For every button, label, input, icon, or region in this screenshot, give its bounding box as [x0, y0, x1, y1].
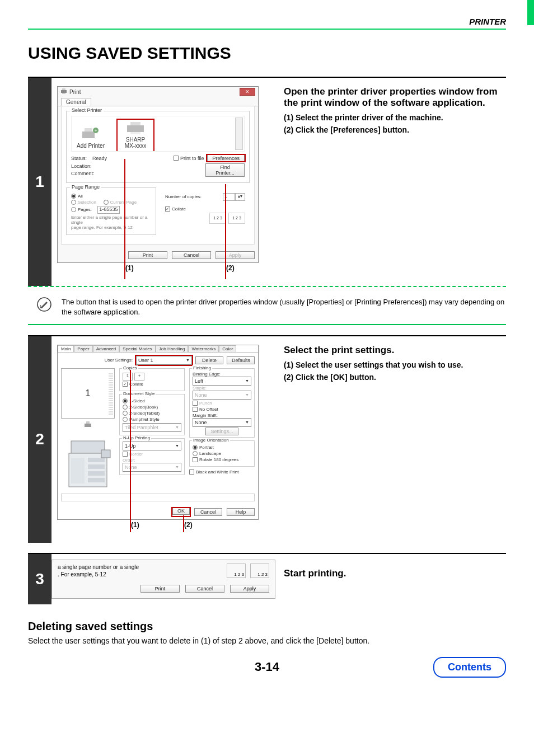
tab-advanced[interactable]: Advanced — [93, 345, 120, 352]
binding-select[interactable]: Left▼ — [193, 377, 251, 386]
scrollbar[interactable] — [235, 118, 243, 150]
print-button-3[interactable]: Print — [140, 585, 180, 593]
callout-1-line — [124, 159, 125, 279]
border-checkbox[interactable] — [123, 452, 128, 457]
svg-rect-13 — [71, 441, 105, 453]
settings-button[interactable]: Settings... — [205, 428, 238, 435]
subsection-text: Select the user settings that you want t… — [28, 636, 506, 645]
step-2-number: 2 — [28, 336, 51, 543]
two-sided-tablet-label: 2-Sided(Tablet) — [129, 411, 160, 416]
callout-2-label-2: (2) — [184, 521, 193, 529]
tab-watermarks[interactable]: Watermarks — [188, 345, 219, 352]
step-3-help-line-1: a single page number or a single — [58, 564, 139, 571]
help-button[interactable]: Help — [227, 508, 255, 516]
svg-rect-19 — [71, 458, 85, 483]
printer-preview-icon — [84, 421, 92, 429]
defaults-button[interactable]: Defaults — [227, 356, 255, 364]
orientation-legend: Image Orientation — [192, 438, 230, 443]
radio-all[interactable] — [71, 194, 76, 199]
ok-button[interactable]: OK — [172, 507, 190, 515]
radio-1-sided[interactable] — [123, 398, 128, 403]
subsection-title: Deleting saved settings — [28, 620, 506, 633]
bw-checkbox[interactable] — [189, 469, 194, 475]
comment-label: Comment: — [71, 170, 107, 178]
copies-spinner[interactable]: ▴▾ — [235, 193, 245, 201]
note-block: The button that is used to open the prin… — [28, 292, 506, 325]
punch-checkbox[interactable] — [193, 401, 198, 406]
pages-label: Pages: — [78, 207, 92, 212]
copies-stepper[interactable]: + — [134, 373, 144, 381]
copier-illustration — [61, 435, 111, 491]
step-1-number: 1 — [28, 78, 51, 286]
callout-1-line-2 — [130, 370, 131, 532]
step-3-help-line-2: . For example, 5-12 — [58, 571, 139, 578]
step-2-item-2: (2) Click the [OK] button. — [284, 373, 500, 382]
border-label: Border — [129, 452, 143, 457]
select-printer-legend: Select Printer — [70, 107, 104, 113]
radio-pamphlet[interactable] — [123, 417, 128, 422]
pamphlet-label: Pamphlet Style — [129, 417, 160, 422]
radio-current-page[interactable] — [104, 200, 109, 205]
sharp-model-label: MX-xxxx — [119, 143, 152, 149]
tiled-pamphlet-select[interactable]: Tiled Pamphlet▼ — [123, 423, 181, 432]
status-value: Ready — [92, 156, 107, 161]
tab-color[interactable]: Color — [219, 345, 236, 352]
pages-input[interactable]: 1-65535 — [97, 206, 120, 214]
tab-general[interactable]: General — [61, 98, 91, 106]
rotate-checkbox[interactable] — [193, 457, 198, 462]
print-to-file-label: Print to file — [180, 156, 204, 161]
callout-1-label: (1) — [125, 264, 134, 272]
radio-2-sided-tablet[interactable] — [123, 411, 128, 416]
margin-select[interactable]: None▼ — [193, 418, 251, 427]
collate-checkbox[interactable] — [165, 206, 170, 212]
apply-button-3[interactable]: Apply — [230, 585, 269, 593]
svg-rect-4 — [85, 128, 92, 132]
collate-checkbox-2[interactable] — [123, 382, 128, 387]
collate-illustration-a: 1 2 3 — [227, 564, 246, 578]
tab-paper[interactable]: Paper — [74, 345, 92, 352]
chevron-down-icon: ▼ — [175, 444, 179, 448]
two-sided-book-label: 2-Sided(Book) — [129, 405, 158, 410]
page-range-legend: Page Range — [70, 184, 101, 190]
user-settings-select[interactable]: User 1▼ — [136, 356, 192, 365]
preferences-button[interactable]: Preferences — [207, 154, 245, 162]
cancel-button-3[interactable]: Cancel — [185, 585, 224, 593]
tab-main[interactable]: Main — [58, 345, 74, 352]
radio-landscape[interactable] — [193, 451, 198, 456]
radio-pages[interactable] — [71, 207, 76, 212]
apply-button[interactable]: Apply — [216, 251, 255, 259]
step-1: 1 Print ✕ General — [28, 77, 506, 286]
radio-portrait[interactable] — [193, 445, 198, 450]
location-label: Location: — [71, 163, 107, 171]
margin-label: Margin Shift: — [193, 413, 251, 418]
landscape-label: Landscape — [199, 451, 221, 456]
order-label: Order: — [123, 458, 181, 463]
bw-label: Black and White Print — [196, 469, 238, 475]
printer-icon — [126, 121, 145, 135]
all-label: All — [78, 194, 83, 199]
cancel-button[interactable]: Cancel — [172, 251, 211, 259]
svg-rect-16 — [88, 464, 105, 469]
add-printer-item[interactable]: + Add Printer — [74, 127, 107, 149]
close-icon[interactable]: ✕ — [240, 88, 255, 96]
binding-label: Binding Edge: — [193, 372, 251, 377]
collate-illustration-b: 1 2 3 — [250, 564, 269, 578]
radio-2-sided-book[interactable] — [123, 405, 128, 410]
radio-selection[interactable] — [71, 200, 76, 205]
step-3: 3 a single page number or a single . For… — [28, 553, 506, 604]
delete-button[interactable]: Delete — [195, 356, 223, 364]
cancel-button-2[interactable]: Cancel — [194, 508, 222, 516]
tab-job-handling[interactable]: Job Handling — [156, 345, 189, 352]
nup-select[interactable]: 1-Up▼ — [123, 442, 181, 450]
contents-link[interactable]: Contents — [433, 657, 506, 678]
print-to-file-checkbox[interactable] — [174, 156, 179, 161]
tab-special-modes[interactable]: Special Modes — [119, 345, 155, 352]
no-offset-checkbox[interactable] — [193, 407, 198, 412]
sharp-printer-item[interactable]: SHARP MX-xxxx — [119, 121, 152, 149]
find-printer-button[interactable]: Find Printer... — [205, 163, 245, 177]
staple-select[interactable]: None▼ — [193, 391, 251, 400]
print-button[interactable]: Print — [128, 251, 167, 259]
order-select[interactable]: None▼ — [123, 463, 181, 472]
copies-value[interactable]: 1 — [123, 373, 133, 381]
callout-2-label: (2) — [226, 264, 235, 272]
